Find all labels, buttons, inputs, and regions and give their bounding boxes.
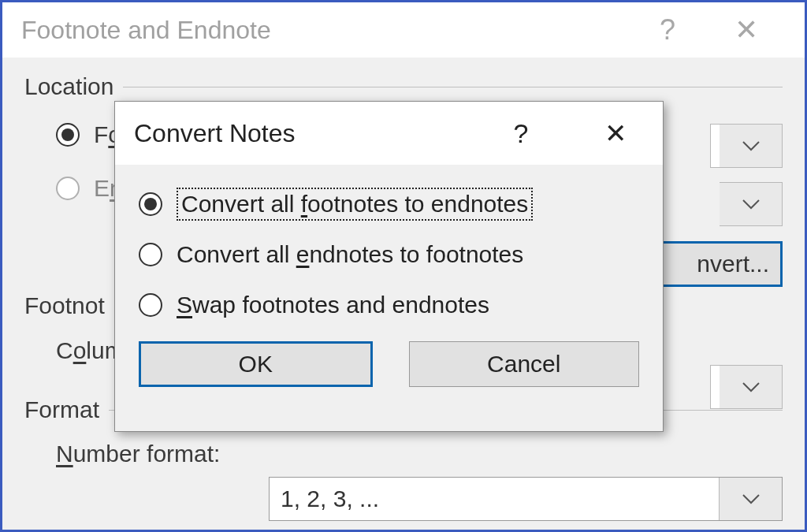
section-footnote-layout: Footnot [24, 292, 105, 319]
close-icon[interactable]: ✕ [707, 13, 786, 47]
cancel-label: Cancel [487, 351, 560, 378]
chevron-down-icon [742, 381, 761, 392]
footnotes-location-dropdown[interactable] [720, 124, 783, 168]
ok-label: OK [239, 351, 273, 378]
radio-icon [139, 243, 162, 266]
divider [123, 87, 783, 87]
convert-notes-dialog: Convert Notes ? ✕ Convert all footnotes … [114, 101, 664, 432]
ok-button[interactable]: OK [139, 341, 373, 387]
dialog-button-row: OK Cancel [115, 330, 663, 387]
option-label: Convert all endnotes to footnotes [177, 241, 523, 268]
columns-combo-edge [710, 365, 720, 409]
chevron-down-icon [742, 140, 761, 151]
number-format-combo[interactable]: 1, 2, 3, ... [269, 477, 783, 521]
section-location: Location [24, 73, 113, 100]
convert-button-label: nvert... [697, 251, 769, 277]
child-body: Convert all footnotes to endnotes Conver… [115, 165, 663, 330]
endnotes-location-dropdown[interactable] [720, 182, 783, 226]
parent-titlebar: Footnote and Endnote ? ✕ [2, 2, 805, 58]
child-title: Convert Notes [134, 119, 296, 148]
radio-icon [56, 177, 80, 200]
option-label: Convert all footnotes to endnotes [177, 188, 533, 221]
help-icon[interactable]: ? [628, 13, 707, 47]
footnotes-combo-edge [710, 124, 720, 168]
parent-title: Footnote and Endnote [21, 16, 271, 45]
number-format-label: Number format: [24, 431, 783, 477]
cancel-button[interactable]: Cancel [409, 341, 640, 387]
number-format-dropdown-button[interactable] [719, 478, 782, 520]
help-icon[interactable]: ? [474, 118, 568, 149]
option-swap-footnotes-endnotes[interactable]: Swap footnotes and endnotes [139, 280, 639, 330]
columns-dropdown[interactable] [720, 365, 783, 409]
option-convert-footnotes-to-endnotes[interactable]: Convert all footnotes to endnotes [139, 179, 639, 229]
radio-icon [56, 123, 80, 147]
section-format: Format [24, 396, 99, 423]
close-icon[interactable]: ✕ [568, 117, 663, 149]
number-format-value: 1, 2, 3, ... [270, 485, 719, 512]
option-label: Swap footnotes and endnotes [177, 292, 489, 318]
radio-icon [139, 293, 162, 317]
chevron-down-icon [742, 493, 761, 504]
chevron-down-icon [742, 199, 761, 210]
radio-icon [139, 192, 162, 216]
child-titlebar: Convert Notes ? ✕ [115, 102, 663, 165]
option-convert-endnotes-to-footnotes[interactable]: Convert all endnotes to footnotes [139, 229, 639, 280]
